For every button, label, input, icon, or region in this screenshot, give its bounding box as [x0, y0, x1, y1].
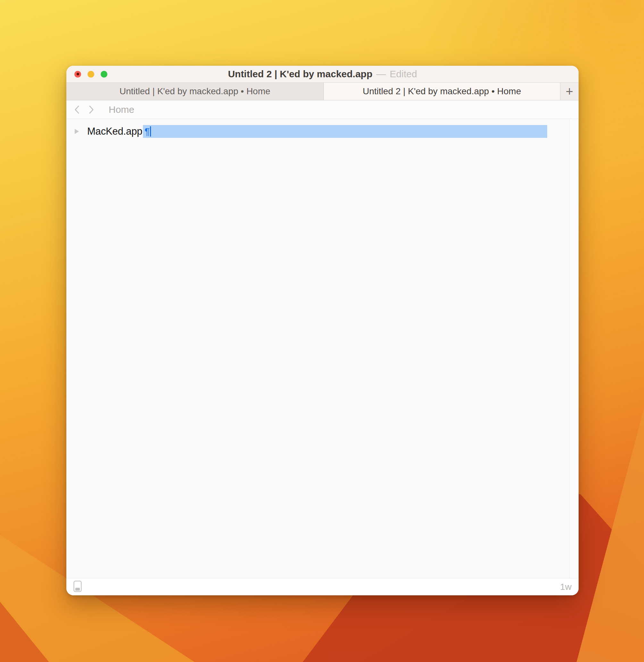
outline-row[interactable]: MacKed.app ¶ — [66, 125, 579, 138]
traffic-lights — [74, 66, 107, 83]
breadcrumb-home[interactable]: Home — [109, 104, 134, 115]
back-button[interactable] — [74, 104, 89, 115]
outline-editor[interactable]: MacKed.app ¶ — [66, 119, 579, 578]
tab-untitled-2[interactable]: Untitled 2 | K'ed by macked.app • Home — [324, 83, 560, 100]
zoom-icon[interactable] — [101, 71, 107, 77]
chevron-right-icon — [89, 105, 94, 114]
window-title: Untitled 2 | K'ed by macked.app—Edited — [228, 69, 417, 79]
title-separator: — — [376, 69, 386, 79]
row-text[interactable]: MacKed.app — [87, 125, 142, 137]
title-bar[interactable]: Untitled 2 | K'ed by macked.app—Edited — [66, 66, 579, 83]
text-caret — [150, 126, 151, 137]
close-icon[interactable] — [74, 71, 81, 77]
disclosure-triangle-icon[interactable] — [75, 129, 79, 134]
tab-bar: Untitled | K'ed by macked.app • Home Unt… — [66, 83, 579, 100]
status-bar: 1w — [66, 578, 579, 595]
panel-icon — [73, 580, 82, 592]
panel-button[interactable] — [73, 580, 82, 593]
forward-button[interactable] — [89, 104, 104, 115]
window-title-text: Untitled 2 | K'ed by macked.app — [228, 69, 372, 79]
chevron-left-icon — [74, 105, 79, 114]
row-selection-highlight: ¶ — [143, 125, 547, 138]
tab-label: Untitled | K'ed by macked.app • Home — [120, 86, 271, 96]
minimize-icon[interactable] — [88, 71, 94, 77]
tab-label: Untitled 2 | K'ed by macked.app • Home — [363, 86, 521, 96]
tab-untitled[interactable]: Untitled | K'ed by macked.app • Home — [66, 83, 324, 100]
pilcrow-mark: ¶ — [143, 125, 150, 138]
new-tab-button[interactable]: + — [560, 83, 579, 100]
word-count: 1w — [560, 582, 572, 592]
edited-badge: Edited — [390, 69, 417, 79]
scrollbar-track[interactable] — [569, 119, 579, 578]
plus-icon: + — [566, 84, 573, 99]
app-window: Untitled 2 | K'ed by macked.app—Edited U… — [66, 66, 579, 595]
edited-dot — [77, 73, 79, 75]
navigation-bar: Home — [66, 100, 579, 119]
